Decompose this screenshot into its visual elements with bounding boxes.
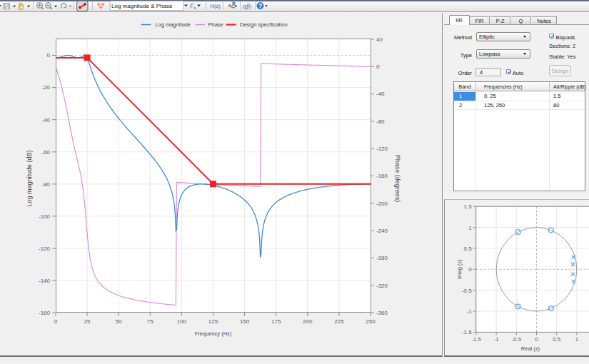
- svg-text:-100: -100: [39, 213, 51, 220]
- svg-text:1.5: 1.5: [464, 203, 473, 210]
- svg-text:-280: -280: [376, 255, 388, 261]
- svg-text:250: 250: [366, 318, 376, 325]
- svg-text:40: 40: [376, 36, 383, 43]
- svg-text:0: 0: [376, 64, 380, 70]
- svg-text:-1: -1: [467, 308, 473, 315]
- svg-text:-1: -1: [494, 336, 500, 343]
- svg-text:-80: -80: [376, 118, 385, 125]
- svg-text:225: 225: [334, 318, 344, 325]
- svg-text:Design specification: Design specification: [240, 21, 288, 28]
- svg-text:-320: -320: [376, 283, 388, 289]
- svg-text:-360: -360: [376, 310, 388, 316]
- svg-text:-140: -140: [39, 278, 51, 284]
- svg-text:Phase: Phase: [208, 21, 223, 28]
- svg-text:-160: -160: [376, 173, 388, 179]
- svg-text:0: 0: [54, 318, 58, 325]
- svg-text:-120: -120: [39, 246, 51, 252]
- svg-text:-80: -80: [41, 181, 50, 188]
- svg-text:Frequency (Hz): Frequency (Hz): [195, 330, 232, 337]
- svg-text:0.5: 0.5: [464, 246, 473, 252]
- svg-text:0: 0: [535, 336, 538, 343]
- svg-text:-160: -160: [39, 310, 51, 316]
- svg-text:50: 50: [116, 318, 122, 325]
- svg-text:0: 0: [468, 266, 472, 273]
- svg-text:100: 100: [177, 318, 187, 325]
- svg-text:125: 125: [208, 318, 218, 325]
- svg-text:175: 175: [271, 318, 281, 325]
- svg-text:200: 200: [303, 318, 313, 325]
- svg-text:-1.5: -1.5: [462, 329, 472, 335]
- svg-text:25: 25: [84, 318, 91, 325]
- svg-text:0.5: 0.5: [553, 336, 561, 343]
- svg-text:-200: -200: [376, 201, 388, 207]
- svg-text:-40: -40: [41, 117, 50, 123]
- svg-text:Log magnitude: Log magnitude: [155, 21, 191, 28]
- svg-text:Log magnitude (dB): Log magnitude (dB): [26, 150, 33, 206]
- svg-text:-120: -120: [376, 146, 388, 152]
- svg-text:-40: -40: [376, 91, 385, 97]
- svg-text:-240: -240: [376, 228, 388, 234]
- svg-text:-0.5: -0.5: [462, 288, 472, 294]
- svg-text:Real (z): Real (z): [521, 345, 540, 352]
- svg-text:0: 0: [47, 52, 51, 59]
- svg-text:Imag (z): Imag (z): [456, 259, 463, 279]
- svg-text:150: 150: [240, 318, 250, 325]
- svg-text:75: 75: [147, 318, 153, 325]
- svg-text:1: 1: [575, 336, 579, 343]
- svg-text:-1.5: -1.5: [471, 336, 481, 343]
- svg-text:-60: -60: [41, 149, 50, 156]
- svg-text:Phase (degrees): Phase (degrees): [394, 155, 401, 203]
- svg-text:1: 1: [468, 225, 472, 231]
- svg-text:-0.5: -0.5: [511, 336, 521, 343]
- svg-text:-20: -20: [41, 84, 50, 91]
